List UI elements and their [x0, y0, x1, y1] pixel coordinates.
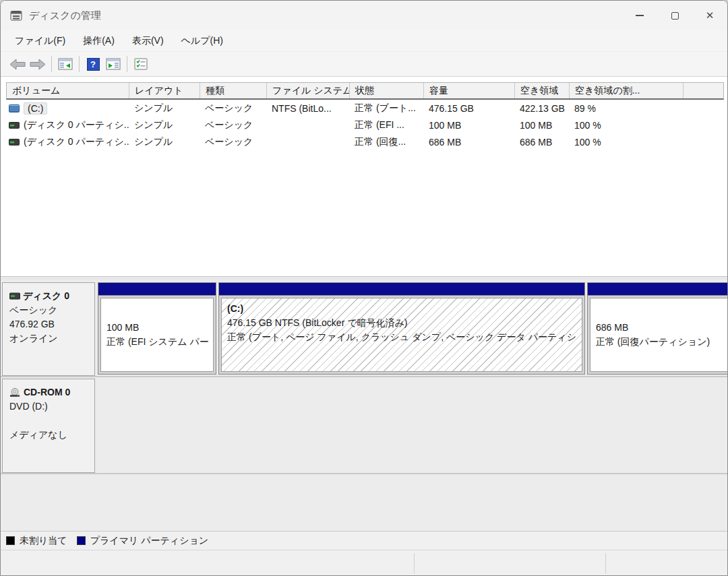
partition-status: 正常 (ブート, ページ ファイル, クラッシュ ダンプ, ベーシック データ … [227, 330, 576, 344]
table-row-recovery[interactable]: (ディスク 0 パーティシ... シンプル ベーシック 正常 (回復... 68… [6, 133, 724, 150]
unallocated-label: 未割り当て [20, 535, 67, 547]
window-controls: ✕ [622, 1, 727, 30]
action-pane-icon[interactable] [103, 55, 123, 73]
cdrom-drive: DVD (D:) [9, 399, 92, 414]
toolbar: ? [1, 52, 727, 77]
cell-filesystem: NTFS (BitLo... [266, 103, 349, 114]
partition-color-band [588, 283, 728, 296]
volume-list-pane: ボリューム レイアウト 種類 ファイル システム 状態 容量 空き領域 空き領域… [1, 77, 727, 276]
window-title: ディスクの管理 [29, 9, 101, 22]
partition-c[interactable]: (C:) 476.15 GB NTFS (BitLocker で暗号化済み) 正… [218, 282, 585, 375]
disk0-status: オンライン [9, 331, 92, 346]
header-type[interactable]: 種類 [200, 83, 267, 98]
cdrom-info-panel[interactable]: CD-ROM 0 DVD (D:) メディアなし [2, 379, 95, 473]
cdrom-media-status: メディアなし [9, 428, 92, 442]
unallocated-swatch [6, 536, 15, 545]
disk0-name: ディスク 0 [23, 289, 69, 303]
primary-partition-label: プライマリ パーティション [90, 535, 209, 547]
cell-free-pct: 100 % [569, 120, 683, 131]
cell-status: 正常 (ブート... [349, 102, 423, 115]
disk-management-icon [10, 10, 22, 22]
cell-free-space: 100 MB [514, 120, 569, 131]
cell-layout: シンプル [129, 119, 200, 131]
cdrom-name: CD-ROM 0 [24, 385, 70, 399]
partition-color-band [219, 283, 584, 296]
header-status[interactable]: 状態 [350, 83, 424, 98]
menubar: ファイル(F) 操作(A) 表示(V) ヘルプ(H) [1, 30, 727, 52]
partition-icon [9, 121, 20, 129]
partition-size: 100 MB [107, 321, 208, 335]
cell-layout: シンプル [129, 102, 200, 115]
cell-type: ベーシック [200, 119, 266, 131]
partition-status: 正常 (EFI システム パー [107, 335, 208, 349]
menu-action[interactable]: 操作(A) [74, 32, 123, 51]
help-icon[interactable]: ? [83, 55, 103, 73]
legend-bar: 未割り当て プライマリ パーティション [1, 531, 727, 550]
partition-recovery[interactable]: 686 MB 正常 (回復パーティション) [587, 282, 728, 375]
maximize-button[interactable] [657, 1, 692, 30]
partition-size: 686 MB [596, 321, 728, 335]
menu-help[interactable]: ヘルプ(H) [173, 32, 232, 51]
cell-free-space: 422.13 GB [514, 103, 569, 114]
volume-c-icon [9, 104, 20, 113]
cell-volume: (ディスク 0 パーティシ... [6, 119, 129, 131]
disk0-band: ディスク 0 ベーシック 476.92 GB オンライン 100 MB 正常 (… [1, 282, 727, 377]
cell-capacity: 100 MB [423, 120, 514, 131]
cell-volume: (ディスク 0 パーティシ... [6, 136, 129, 148]
cell-layout: シンプル [129, 136, 200, 148]
titlebar: ディスクの管理 ✕ [1, 1, 727, 30]
cell-capacity: 476.15 GB [423, 103, 514, 114]
cell-free-pct: 100 % [569, 137, 683, 148]
disk-management-window: ディスクの管理 ✕ ファイル(F) 操作(A) 表示(V) ヘルプ(H) [0, 0, 728, 576]
header-volume[interactable]: ボリューム [7, 83, 129, 98]
partition-name: (C:) [227, 302, 576, 316]
cell-volume: (C:) [6, 102, 129, 115]
cell-capacity: 686 MB [423, 137, 514, 148]
cdrom-band: CD-ROM 0 DVD (D:) メディアなし [1, 379, 727, 474]
header-free-pct[interactable]: 空き領域の割... [570, 83, 684, 98]
status-divider [605, 553, 606, 574]
close-button[interactable]: ✕ [692, 1, 727, 30]
console-tree-icon[interactable] [55, 55, 75, 73]
partition-icon [9, 138, 20, 146]
cell-type: ベーシック [200, 136, 266, 148]
header-empty [684, 83, 723, 98]
partition-efi[interactable]: 100 MB 正常 (EFI システム パー [98, 282, 216, 375]
status-bar [1, 550, 727, 576]
cdrom-empty-area [95, 379, 727, 473]
disk0-partitions: 100 MB 正常 (EFI システム パー (C:) 476.15 GB NT… [98, 282, 728, 375]
cell-free-space: 686 MB [514, 137, 569, 148]
toolbar-separator [51, 56, 52, 72]
back-arrow-icon[interactable] [7, 55, 28, 73]
minimize-button[interactable] [622, 1, 657, 30]
forward-arrow-icon[interactable] [28, 55, 48, 73]
menu-file[interactable]: ファイル(F) [6, 32, 74, 51]
disk0-info-panel[interactable]: ディスク 0 ベーシック 476.92 GB オンライン [2, 282, 95, 376]
toolbar-separator [79, 56, 80, 72]
disk0-size: 476.92 GB [9, 317, 92, 331]
partition-color-band [98, 283, 216, 296]
disk0-type: ベーシック [9, 303, 92, 317]
cell-type: ベーシック [200, 102, 266, 115]
cell-free-pct: 89 % [569, 103, 683, 114]
graphical-view: ディスク 0 ベーシック 476.92 GB オンライン 100 MB 正常 (… [1, 280, 727, 531]
header-free-space[interactable]: 空き領域 [515, 83, 570, 98]
cdrom-icon [9, 388, 21, 397]
status-divider [414, 553, 415, 574]
toolbar-separator [127, 56, 127, 72]
cell-status: 正常 (回復... [349, 136, 423, 148]
table-row-efi[interactable]: (ディスク 0 パーティシ... シンプル ベーシック 正常 (EFI ... … [6, 117, 724, 133]
partition-status: 正常 (回復パーティション) [596, 335, 728, 349]
header-layout[interactable]: レイアウト [129, 83, 200, 98]
header-filesystem[interactable]: ファイル システム [267, 83, 350, 98]
volume-table-header: ボリューム レイアウト 種類 ファイル システム 状態 容量 空き領域 空き領域… [6, 82, 724, 100]
menu-view[interactable]: 表示(V) [123, 32, 173, 51]
primary-partition-swatch [77, 536, 86, 545]
partition-size: 476.15 GB NTFS (BitLocker で暗号化済み) [227, 316, 576, 330]
header-capacity[interactable]: 容量 [424, 83, 515, 98]
table-row-c[interactable]: (C:) シンプル ベーシック NTFS (BitLo... 正常 (ブート..… [6, 100, 724, 117]
cell-status: 正常 (EFI ... [349, 119, 423, 131]
disk-icon [9, 292, 20, 300]
properties-list-icon[interactable] [131, 55, 151, 73]
